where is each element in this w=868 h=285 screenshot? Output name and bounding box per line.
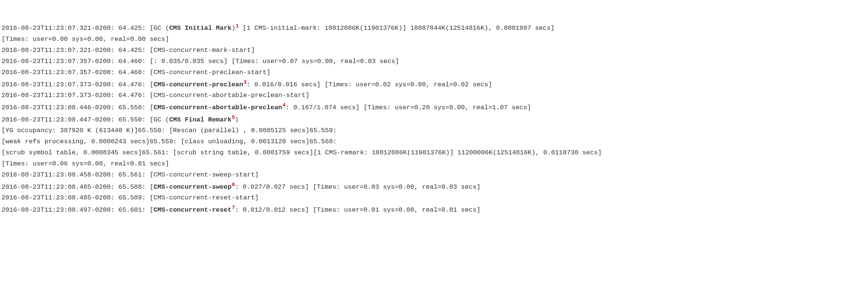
line-8: 2016-08-23T11:23:08.446-0200: 65.550: [C… xyxy=(2,104,531,111)
l8-seg-a: 2016-08-23T11:23:08.446-0200: 65.550: [ xyxy=(2,104,154,111)
footnote-6[interactable]: 6 xyxy=(232,182,235,188)
gc-log-block: 2016-08-23T11:23:07.321-0200: 64.425: [G… xyxy=(2,11,866,216)
line-17: 2016-08-23T11:23:08.497-0200: 65.601: [C… xyxy=(2,206,481,214)
l9-seg-a: 2016-08-23T11:23:08.447-0200: 65.550: [G… xyxy=(2,116,169,123)
l17-seg-d: : 0.012/0.012 secs] [Times: user=0.01 sy… xyxy=(235,206,481,214)
l15-seg-a: 2016-08-23T11:23:08.485-0200: 65.588: [ xyxy=(2,183,154,191)
line-14: 2016-08-23T11:23:08.458-0200: 65.561: [C… xyxy=(2,171,259,178)
l15-bold: CMS-concurrent-sweep xyxy=(154,183,232,191)
l11-seg-a: [weak refs processing, 0.0000243 secs]65… xyxy=(2,138,337,145)
footnote-1[interactable]: 1 xyxy=(235,23,239,29)
l9-bold: CMS Final Remark xyxy=(169,116,232,123)
line-5: 2016-08-23T11:23:07.357-0200: 64.460: [C… xyxy=(2,69,270,76)
footnote-5[interactable]: 5 xyxy=(232,115,235,120)
l1-seg-a: 2016-08-23T11:23:07.321-0200: 64.425: [G… xyxy=(2,24,169,32)
line-2: [Times: user=0.00 sys=0.00, real=0.00 se… xyxy=(2,36,169,43)
l5-seg-a: 2016-08-23T11:23:07.357-0200: 64.460: [C… xyxy=(2,69,270,76)
line-6: 2016-08-23T11:23:07.373-0200: 64.476: [C… xyxy=(2,81,492,88)
line-12: [scrub symbol table, 0.0008345 secs]65.5… xyxy=(2,149,602,156)
l8-bold: CMS-concurrent-abortable-preclean xyxy=(154,104,282,111)
l10-seg-a: [YG occupancy: 387920 K (613440 K)]65.55… xyxy=(2,127,337,134)
l8-seg-d: : 0.167/1.074 secs] [Times: user=0.20 sy… xyxy=(285,104,531,111)
l14-seg-a: 2016-08-23T11:23:08.458-0200: 65.561: [C… xyxy=(2,171,259,178)
l6-seg-a: 2016-08-23T11:23:07.373-0200: 64.476: [ xyxy=(2,81,154,88)
l16-seg-a: 2016-08-23T11:23:08.485-0200: 65.589: [C… xyxy=(2,194,259,201)
l2-seg-a: [Times: user=0.00 sys=0.00, real=0.00 se… xyxy=(2,36,169,43)
line-15: 2016-08-23T11:23:08.485-0200: 65.588: [C… xyxy=(2,183,481,191)
l1-seg-c: ) xyxy=(232,24,235,32)
l6-bold: CMS-concurrent-preclean xyxy=(154,81,243,88)
line-9: 2016-08-23T11:23:08.447-0200: 65.550: [G… xyxy=(2,116,239,123)
l1-seg-e: [1 CMS-initial-mark: 10812086K(11901376K… xyxy=(239,24,554,32)
l7-seg-a: 2016-08-23T11:23:07.373-0200: 64.476: [C… xyxy=(2,92,309,99)
line-11: [weak refs processing, 0.0000243 secs]65… xyxy=(2,138,337,145)
l12-seg-a: [scrub symbol table, 0.0008345 secs]65.5… xyxy=(2,149,602,156)
line-16: 2016-08-23T11:23:08.485-0200: 65.589: [C… xyxy=(2,194,259,201)
l4-seg-a: 2016-08-23T11:23:07.357-0200: 64.460: [:… xyxy=(2,58,399,65)
l9-seg-d: ) xyxy=(235,116,239,123)
l17-seg-a: 2016-08-23T11:23:08.497-0200: 65.601: [ xyxy=(2,206,154,214)
l17-bold: CMS-concurrent-reset xyxy=(154,206,232,214)
l6-seg-d: : 0.016/0.016 secs] [Times: user=0.02 sy… xyxy=(246,81,492,88)
footnote-7[interactable]: 7 xyxy=(232,205,235,211)
line-3: 2016-08-23T11:23:07.321-0200: 64.425: [C… xyxy=(2,47,255,54)
line-4: 2016-08-23T11:23:07.357-0200: 64.460: [:… xyxy=(2,58,399,65)
l13-seg-a: [Times: user=0.06 sys=0.00, real=0.01 se… xyxy=(2,160,169,167)
line-13: [Times: user=0.06 sys=0.00, real=0.01 se… xyxy=(2,160,169,167)
line-10: [YG occupancy: 387920 K (613440 K)]65.55… xyxy=(2,127,337,134)
line-1: 2016-08-23T11:23:07.321-0200: 64.425: [G… xyxy=(2,24,554,32)
l1-bold: CMS Initial Mark xyxy=(169,24,232,32)
l15-seg-d: : 0.027/0.027 secs] [Times: user=0.03 sy… xyxy=(235,183,481,191)
line-7: 2016-08-23T11:23:07.373-0200: 64.476: [C… xyxy=(2,92,309,99)
l3-seg-a: 2016-08-23T11:23:07.321-0200: 64.425: [C… xyxy=(2,47,255,54)
